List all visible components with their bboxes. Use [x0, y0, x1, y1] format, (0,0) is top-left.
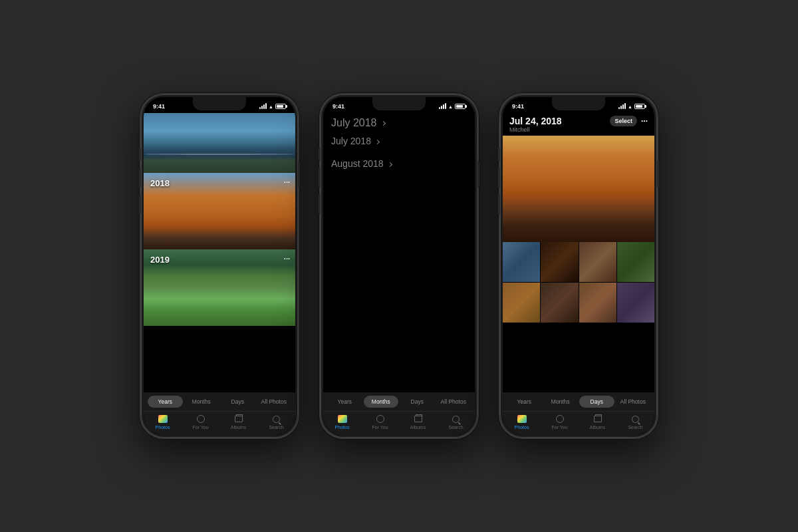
years-view: 2018 ··· 2019 ··· Years Months Days [144, 113, 295, 435]
nav-foryou-1[interactable]: For You [182, 414, 219, 430]
nav-search-1[interactable]: Search [257, 414, 295, 430]
grid-photo-7[interactable] [579, 283, 616, 323]
status-icons-3: ▲ [618, 104, 645, 109]
nav-search-2[interactable]: Search [437, 414, 475, 430]
months-title-month: July [331, 117, 350, 128]
photos-icon-2 [337, 414, 348, 424]
days-location: Mitchell [509, 126, 562, 133]
year-2019-label: 2019 [150, 255, 170, 265]
months-title-year: 2018 [353, 117, 377, 128]
days-hero-photo[interactable] [503, 136, 654, 242]
status-icons: ▲ [259, 104, 286, 109]
more-button[interactable]: ··· [641, 116, 648, 126]
grid-photo-8[interactable] [617, 283, 654, 323]
tab-days-2[interactable]: Days [400, 396, 435, 408]
month-year-august: 2018 [362, 158, 383, 169]
status-time-2: 9:41 [332, 103, 344, 110]
phone-2: 9:41 ▲ July 2018 [319, 93, 479, 439]
tab-years-1[interactable]: Years [148, 396, 183, 408]
status-time: 9:41 [153, 103, 165, 110]
search-icon-1 [271, 414, 282, 424]
nav-photos-1[interactable]: Photos [144, 414, 182, 430]
foryou-icon-2 [375, 414, 386, 424]
grid-photo-2[interactable] [541, 242, 578, 282]
phone-1: 9:41 ▲ [140, 93, 299, 439]
nav-albums-label-1: Albums [231, 425, 246, 430]
months-screen: July 2018 July 2018 Ore [323, 113, 475, 435]
bottom-nav-1: Photos For You Albums Search [144, 411, 295, 435]
search-icon-3 [630, 414, 641, 424]
card-menu-2019[interactable]: ··· [284, 255, 290, 263]
month-name-august: August [331, 158, 360, 169]
tab-allphotos-3[interactable]: All Photos [616, 396, 651, 408]
battery-icon-2 [455, 104, 466, 109]
nav-photos-3[interactable]: Photos [503, 414, 541, 430]
grid-photo-5[interactable] [503, 283, 540, 323]
days-header: Jul 24, 2018 Mitchell Select ··· [503, 113, 654, 136]
silent-switch [139, 148, 141, 161]
search-icon-2 [451, 414, 462, 424]
nav-albums-1[interactable]: Albums [219, 414, 257, 430]
year-card-2019[interactable]: 2019 ··· [144, 249, 295, 326]
signal-icon [259, 104, 267, 109]
nav-search-label-2: Search [448, 425, 463, 430]
notch [193, 97, 246, 110]
phone-2-screen: 9:41 ▲ July 2018 [323, 97, 475, 435]
months-title: July 2018 [331, 117, 467, 129]
tab-allphotos-1[interactable]: All Photos [257, 396, 292, 408]
photos-icon-1 [158, 414, 168, 424]
month-section-july: July 2018 Oregon Jul 23 - 24 ··· [323, 132, 475, 154]
nav-photos-label-1: Photos [156, 425, 170, 430]
nav-foryou-label-1: For You [192, 425, 208, 430]
albums-icon-3 [593, 414, 603, 424]
tab-days-1[interactable]: Days [220, 396, 255, 408]
tab-allphotos-2[interactable]: All Photos [436, 396, 471, 408]
power-button-2 [477, 161, 479, 188]
year-2018-label: 2018 [150, 178, 170, 188]
hero-desert-image [503, 136, 654, 242]
months-title-chevron [381, 121, 386, 126]
months-header: July 2018 [323, 113, 475, 132]
photos-icon-3 [517, 414, 527, 424]
year-card-2018[interactable]: 2018 ··· [144, 173, 295, 249]
phone-3-screen: 9:41 ▲ Jul 24, 2018 Mitchell [503, 97, 654, 435]
nav-foryou-2[interactable]: For You [361, 414, 399, 430]
nav-search-3[interactable]: Search [616, 414, 654, 430]
nav-foryou-label-3: For You [551, 425, 567, 430]
grid-photo-3[interactable] [579, 242, 616, 282]
tab-years-2[interactable]: Years [327, 396, 362, 408]
nav-albums-3[interactable]: Albums [579, 414, 616, 430]
wifi-icon: ▲ [269, 104, 273, 109]
foryou-icon-1 [196, 414, 206, 424]
bottom-nav-2: Photos For You Albums Search [323, 411, 475, 435]
tab-years-3[interactable]: Years [507, 396, 542, 408]
tab-selector-3: Years Months Days All Photos [503, 392, 654, 411]
tab-months-2[interactable]: Months [364, 396, 399, 408]
tab-months-1[interactable]: Months [184, 396, 219, 408]
month-header-august: August 2018 [323, 154, 475, 172]
albums-icon-1 [233, 414, 244, 424]
days-title-block: Jul 24, 2018 Mitchell [509, 116, 562, 133]
nav-albums-label-3: Albums [590, 425, 605, 430]
select-button[interactable]: Select [610, 116, 637, 126]
tab-months-3[interactable]: Months [543, 396, 579, 408]
power-button-3 [657, 161, 659, 188]
month-header-july: July 2018 [323, 132, 475, 149]
tab-days-3[interactable]: Days [579, 396, 614, 408]
card-menu-2018[interactable]: ··· [284, 178, 290, 186]
signal-icon-2 [439, 104, 446, 109]
tab-selector-1: Years Months Days All Photos [144, 392, 295, 411]
bottom-nav-3: Photos For You Albums Search [503, 411, 654, 435]
nav-photos-2[interactable]: Photos [323, 414, 361, 430]
month-name-july: July [331, 136, 348, 146]
silent-switch-3 [498, 148, 500, 161]
nav-foryou-3[interactable]: For You [541, 414, 579, 430]
top-lake-photo[interactable] [144, 113, 295, 173]
grid-photo-4[interactable] [617, 242, 654, 282]
nav-albums-2[interactable]: Albums [399, 414, 437, 430]
notch-2 [372, 97, 426, 110]
grid-photo-6[interactable] [541, 283, 578, 323]
volume-up-button-2 [319, 168, 321, 188]
grid-photo-1[interactable] [503, 242, 540, 282]
silent-switch-2 [319, 148, 321, 161]
